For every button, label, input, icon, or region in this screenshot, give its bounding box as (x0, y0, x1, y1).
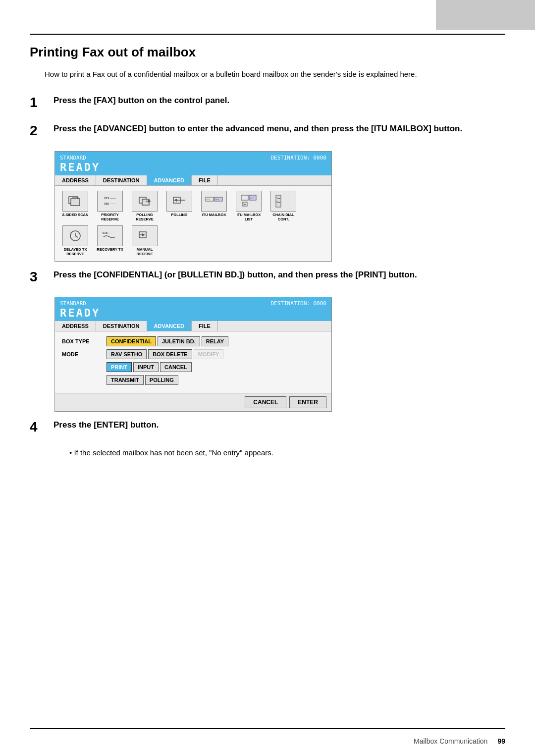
icon-recovery-tx-label: RECOVERY TX (97, 247, 123, 252)
bottom-rule (30, 728, 505, 729)
icon-delayed-tx-label: DELAYED TX RESERVE (60, 247, 91, 256)
intro-text: How to print a Fax out of a confidential… (45, 69, 505, 80)
svg-text:1▪▪▪: 1▪▪▪ (276, 197, 280, 200)
screen-2-header: STANDARD DESTINATION: 0000 READY (55, 297, 331, 321)
icon-polling-label: POLLING (171, 213, 187, 217)
icon-chain-dial-label: CHAIN DIAL CONT. (268, 213, 299, 221)
icon-polling-reserve: POLLING RESERVE (129, 191, 160, 221)
svg-text:-003-: -003- (215, 198, 220, 201)
screen-2-body: BOX TYPE CONFIDENTIAL JULETIN BD. RELAY … (55, 331, 331, 393)
tab-file[interactable]: FILE (192, 175, 218, 185)
icon-itu-mailbox: -002- -003- ITU MAILBOX (199, 191, 229, 221)
page-footer: Mailbox Communication 99 (30, 737, 505, 745)
step-1-text: Press the [FAX] button on the control pa… (54, 94, 505, 107)
screen2-tab-address[interactable]: ADDRESS (55, 321, 96, 331)
screen-2-header-top: STANDARD DESTINATION: 0000 (60, 300, 326, 307)
icon-manual-receive-box (132, 225, 158, 246)
svg-text:2▪▪▪: 2▪▪▪ (243, 203, 247, 206)
icon-recovery-tx: 016 --- RECOVERY TX (95, 225, 125, 256)
screen-1-tabs: ADDRESS DESTINATION ADVANCED FILE (55, 175, 331, 186)
screen-mockup-2: STANDARD DESTINATION: 0000 READY ADDRESS… (54, 297, 332, 412)
step-4: 4 Press the [ENTER] button. (30, 419, 505, 435)
screen-mockup-1: STANDARD DESTINATION: 0000 READY ADDRESS… (54, 151, 332, 262)
svg-text:2▪▪▪: 2▪▪▪ (276, 201, 280, 204)
icon-2sided-scan: 2-SIDED SCAN (60, 191, 91, 221)
transmit-row: TRANSMIT POLLING (62, 375, 324, 385)
btn-cancel-mode[interactable]: CANCEL (160, 362, 192, 372)
icon-itu-mailbox-box: -002- -003- (201, 191, 227, 212)
icon-row-1: 2-SIDED SCAN 013 ------ 055 ------ PRIOR… (60, 191, 326, 221)
screen-1-destination-label: DESTINATION: 0000 (270, 155, 326, 161)
btn-relay[interactable]: RELAY (202, 336, 228, 346)
icon-row-2: DELAYED TX RESERVE 016 --- RECOVERY TX (60, 225, 326, 256)
main-content: Printing Fax out of mailbox How to print… (30, 45, 505, 716)
svg-marker-9 (174, 199, 177, 202)
icon-itu-mailbox-list-label: ITU MAILBOX LIST (233, 213, 264, 221)
btn-modify: MODIFY (194, 349, 224, 359)
screen2-tab-destination[interactable]: DESTINATION (96, 321, 147, 331)
screen-2-destination-label: DESTINATION: 0000 (270, 300, 326, 307)
step-3: 3 Press the [CONFIDENTIAL] (or [BULLETIN… (30, 269, 505, 285)
screen-2-footer: CANCEL ENTER (55, 393, 331, 411)
screen2-tab-advanced[interactable]: ADVANCED (147, 321, 192, 331)
btn-rav-setho[interactable]: RAV SETHO (107, 349, 147, 359)
icon-recovery-tx-box: 016 --- (97, 225, 123, 246)
icon-polling-box (166, 191, 192, 212)
screen-1-ready: READY (60, 161, 326, 174)
mode-row: MODE RAV SETHO BOX DELETE MODIFY (62, 349, 324, 359)
footer-btn-enter[interactable]: ENTER (289, 396, 326, 408)
svg-marker-27 (142, 233, 145, 236)
svg-rect-1 (71, 199, 80, 206)
step-4-text: Press the [ENTER] button. (54, 419, 505, 432)
screen-2-ready: READY (60, 307, 326, 320)
btn-bulletin-bd[interactable]: JULETIN BD. (158, 336, 200, 346)
svg-marker-6 (148, 200, 151, 203)
screen2-tab-file[interactable]: FILE (192, 321, 218, 331)
step-2-number: 2 (30, 122, 50, 139)
svg-text:1▪▪▪: 1▪▪▪ (250, 196, 254, 199)
screen-1-header: STANDARD DESTINATION: 0000 READY (55, 152, 331, 175)
step-1-number: 1 (30, 94, 50, 111)
step-4-bullet: If the selected mailbox has not been set… (69, 447, 505, 459)
btn-transmit[interactable]: TRANSMIT (107, 375, 144, 385)
footer-section-text: Mailbox Communication (414, 737, 487, 745)
screen-1-body: 2-SIDED SCAN 013 ------ 055 ------ PRIOR… (55, 186, 331, 261)
btn-box-delete[interactable]: BOX DELETE (148, 349, 192, 359)
step-3-text: Press the [CONFIDENTIAL] (or [BULLETIN B… (54, 269, 505, 281)
mode-buttons: RAV SETHO BOX DELETE MODIFY (107, 349, 223, 359)
icon-chain-dial: 1▪▪▪ 2▪▪▪ CHAIN DIAL CONT. (268, 191, 299, 221)
btn-input[interactable]: INPUT (133, 362, 159, 372)
tab-address[interactable]: ADDRESS (55, 175, 96, 185)
tab-destination[interactable]: DESTINATION (96, 175, 147, 185)
action-buttons: PRINT INPUT CANCEL (107, 362, 192, 372)
step-2-text: Press the [ADVANCED] button to enter the… (54, 122, 505, 135)
svg-text:-002-: -002- (206, 198, 211, 201)
svg-line-24 (75, 236, 78, 237)
footer-page-number: 99 (497, 737, 505, 745)
page-title: Printing Fax out of mailbox (30, 45, 505, 60)
top-rule (30, 34, 505, 35)
tab-advanced-active[interactable]: ADVANCED (147, 175, 192, 185)
icon-2sided-scan-label: 2-SIDED SCAN (62, 213, 89, 217)
action-row: PRINT INPUT CANCEL (62, 362, 324, 372)
icon-itu-mailbox-list-box: 1▪▪▪ 2▪▪▪ (236, 191, 262, 212)
btn-confidential[interactable]: CONFIDENTIAL (107, 336, 156, 346)
screen-2-tabs: ADDRESS DESTINATION ADVANCED FILE (55, 321, 331, 331)
icon-chain-dial-box: 1▪▪▪ 2▪▪▪ (270, 191, 296, 212)
btn-print[interactable]: PRINT (107, 362, 132, 372)
icon-delayed-tx: DELAYED TX RESERVE (60, 225, 91, 256)
top-bar-decoration (436, 0, 535, 30)
btn-polling[interactable]: POLLING (145, 375, 178, 385)
step-3-number: 3 (30, 269, 50, 285)
transmit-buttons: TRANSMIT POLLING (107, 375, 178, 385)
icon-polling-reserve-box (132, 191, 158, 212)
screen-1-header-top: STANDARD DESTINATION: 0000 (60, 155, 326, 161)
step-2: 2 Press the [ADVANCED] button to enter t… (30, 122, 505, 139)
box-type-label: BOX TYPE (62, 338, 107, 344)
icon-itu-mailbox-label: ITU MAILBOX (202, 213, 226, 217)
icon-delayed-tx-box (62, 225, 88, 246)
box-type-buttons: CONFIDENTIAL JULETIN BD. RELAY (107, 336, 228, 346)
screen-1-standard-label: STANDARD (60, 155, 86, 161)
footer-btn-cancel[interactable]: CANCEL (245, 396, 286, 408)
svg-rect-4 (142, 199, 149, 205)
